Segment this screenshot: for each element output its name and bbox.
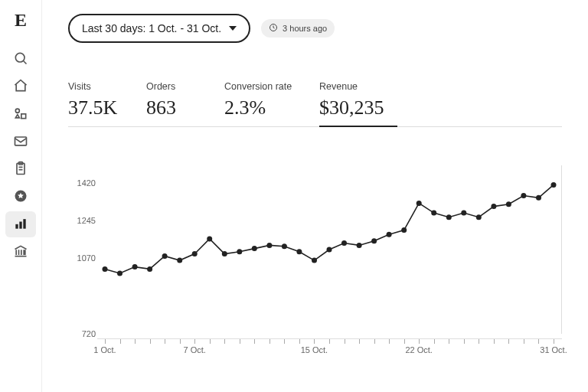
- chart-data-point[interactable]: [387, 232, 392, 237]
- date-range-label: Last 30 days: 1 Oct. - 31 Oct.: [82, 22, 221, 34]
- nav-listings[interactable]: [5, 101, 36, 127]
- chart-data-point[interactable]: [491, 204, 496, 209]
- metric-label: Revenue: [319, 81, 397, 92]
- chart-data-point[interactable]: [296, 249, 302, 254]
- chart-x-tick-mark: [389, 339, 390, 344]
- chart-data-point[interactable]: [266, 243, 272, 248]
- nav-finances[interactable]: [5, 239, 36, 265]
- chart-x-tick-mark: [314, 339, 315, 344]
- chart-data-point[interactable]: [431, 211, 436, 216]
- chevron-down-icon: [229, 26, 237, 31]
- chart-data-point[interactable]: [327, 247, 332, 253]
- nav-stats[interactable]: [5, 211, 36, 237]
- metric-conversion[interactable]: Conversion rate 2.3%: [224, 81, 319, 126]
- chart-data-point[interactable]: [282, 243, 287, 249]
- chart-data-point[interactable]: [446, 214, 452, 220]
- chart-x-tick-mark: [449, 339, 449, 344]
- clipboard-icon: [13, 161, 28, 178]
- main: Last 30 days: 1 Oct. - 31 Oct. 3 hours a…: [42, 0, 588, 392]
- chart-data-point[interactable]: [416, 201, 422, 206]
- svg-rect-10: [15, 224, 18, 228]
- nav-messages[interactable]: [5, 129, 36, 155]
- svg-line-1: [24, 60, 27, 64]
- svg-rect-4: [15, 137, 27, 145]
- chart-data-point[interactable]: [192, 251, 198, 256]
- chart-y-tick: 1245: [77, 216, 96, 225]
- svg-rect-12: [23, 219, 25, 229]
- nav-orders[interactable]: [5, 156, 36, 182]
- chart-data-point[interactable]: [401, 227, 407, 233]
- chart-x-tick-mark: [374, 339, 375, 344]
- chart-x-tick-mark: [554, 339, 554, 344]
- chart-data-point[interactable]: [237, 249, 242, 254]
- nav-search[interactable]: [5, 46, 36, 72]
- chart-x-tick-mark: [345, 339, 345, 344]
- chart-x-axis: 1 Oct.7 Oct.15 Oct.22 Oct.31 Oct.: [97, 338, 562, 357]
- chart-x-tick-mark: [105, 339, 106, 344]
- chart-data-point[interactable]: [117, 271, 122, 276]
- chart-x-tick-mark: [284, 339, 285, 344]
- chart-x-tick-label: 7 Oct.: [184, 345, 206, 354]
- chart-x-tick-mark: [464, 339, 465, 344]
- chart-data-point[interactable]: [357, 243, 362, 248]
- chart-data-point[interactable]: [371, 238, 377, 243]
- chart-data-point[interactable]: [132, 264, 138, 270]
- shapes-icon: [13, 106, 28, 123]
- svg-rect-3: [21, 113, 26, 118]
- metric-value: 2.3%: [224, 98, 319, 118]
- chart-x-tick-mark: [254, 339, 255, 344]
- chart-y-tick: 1420: [77, 178, 96, 188]
- metric-tabs: Visits 37.5K Orders 863 Conversion rate …: [68, 81, 562, 127]
- svg-point-2: [15, 109, 19, 113]
- chart-x-tick-mark: [270, 339, 270, 344]
- chart-data-point[interactable]: [341, 240, 347, 246]
- date-range-picker[interactable]: Last 30 days: 1 Oct. - 31 Oct.: [68, 14, 250, 43]
- logo[interactable]: E: [15, 11, 27, 29]
- metric-visits[interactable]: Visits 37.5K: [68, 81, 146, 126]
- chart-x-tick-mark: [240, 339, 240, 344]
- chart-y-tick: 720: [82, 329, 96, 338]
- chart-plot-area: [97, 165, 562, 334]
- metric-value: 37.5K: [68, 98, 146, 118]
- chart-data-point[interactable]: [162, 253, 168, 259]
- chart-x-tick-label: 1 Oct.: [93, 345, 116, 354]
- metric-orders[interactable]: Orders 863: [146, 81, 224, 126]
- chart-data-point[interactable]: [103, 266, 108, 272]
- chart-x-tick-mark: [494, 339, 495, 344]
- chart-data-point[interactable]: [207, 236, 212, 241]
- chart-data-point[interactable]: [521, 193, 526, 198]
- metric-label: Conversion rate: [224, 81, 319, 92]
- clock-icon: [269, 23, 278, 34]
- chart-x-tick-mark: [165, 339, 165, 344]
- chart-x-tick-mark: [329, 339, 330, 344]
- metric-label: Visits: [68, 81, 146, 92]
- chart-x-tick-label: 22 Oct.: [405, 345, 432, 354]
- nav-star[interactable]: [5, 184, 36, 210]
- metric-label: Orders: [146, 81, 224, 92]
- chart-x-tick-mark: [299, 339, 300, 344]
- chart-data-point[interactable]: [252, 246, 257, 251]
- chart-x-tick-mark: [419, 339, 420, 344]
- bank-icon: [13, 243, 28, 261]
- chart-x-tick-mark: [479, 339, 479, 344]
- chart-x-tick-mark: [224, 339, 225, 344]
- chart-series-line: [105, 185, 554, 273]
- chart-data-point[interactable]: [506, 201, 511, 207]
- chart-data-point[interactable]: [177, 258, 182, 263]
- chart-data-point[interactable]: [551, 182, 557, 188]
- chart-x-tick-mark: [538, 339, 539, 344]
- chart-data-point[interactable]: [147, 266, 152, 272]
- nav-home[interactable]: [5, 74, 36, 100]
- chart-x-tick-mark: [180, 339, 181, 344]
- chart-data-point[interactable]: [476, 214, 482, 220]
- chart-data-point[interactable]: [461, 211, 466, 216]
- chart-x-tick-mark: [135, 339, 136, 344]
- freshness-text: 3 hours ago: [283, 24, 327, 33]
- chart-data-point[interactable]: [536, 195, 541, 201]
- chart-icon: [13, 216, 28, 234]
- metric-revenue[interactable]: Revenue $30,235: [319, 81, 397, 127]
- chart-x-tick-mark: [508, 339, 509, 344]
- chart-data-point[interactable]: [312, 258, 317, 263]
- chart-data-point[interactable]: [222, 251, 227, 256]
- toolbar: Last 30 days: 1 Oct. - 31 Oct. 3 hours a…: [68, 14, 562, 43]
